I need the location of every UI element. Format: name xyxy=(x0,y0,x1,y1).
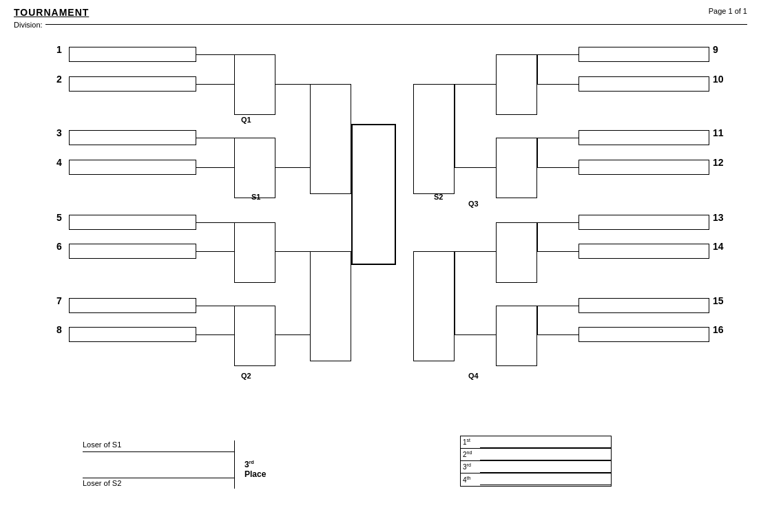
line-q4-s2-lower xyxy=(455,334,496,335)
entry-16[interactable] xyxy=(578,327,709,342)
line-q1-s1-lower xyxy=(275,167,310,168)
seed-9: 9 xyxy=(713,44,718,55)
line-8-q2 xyxy=(196,334,234,335)
q1-label: Q1 xyxy=(241,116,251,124)
entry-10[interactable] xyxy=(578,76,709,92)
entry-7[interactable] xyxy=(69,298,196,313)
line-7-q2 xyxy=(196,306,234,306)
division-underline xyxy=(45,24,747,25)
division-line: Division: xyxy=(14,21,747,29)
entry-11[interactable] xyxy=(578,130,709,145)
q3-box-lower xyxy=(496,138,537,198)
tournament-title: TOURNAMENT xyxy=(14,7,89,18)
entry-5[interactable] xyxy=(69,215,196,230)
entry-6[interactable] xyxy=(69,244,196,259)
seed-1: 1 xyxy=(56,44,62,55)
seed-8: 8 xyxy=(56,324,62,335)
q3-label: Q3 xyxy=(468,200,479,208)
q1-box xyxy=(234,54,275,115)
line-q3-s2-lower xyxy=(455,167,496,168)
line-v-s2-upper xyxy=(455,84,455,167)
line-6-q2 xyxy=(196,251,234,252)
third-place-label: 3rd Place xyxy=(244,460,266,479)
seed-14: 14 xyxy=(713,241,724,252)
line-q2-s1-upper xyxy=(275,251,310,252)
line-q4-s2-upper xyxy=(455,251,496,252)
q4-box-lower xyxy=(496,306,537,366)
line-q2-s1-lower xyxy=(275,334,310,335)
s1-label: S1 xyxy=(251,193,260,201)
entry-2[interactable] xyxy=(69,76,196,92)
result-row-1: 1st xyxy=(461,436,611,449)
championship-box xyxy=(351,124,396,265)
q3-box-upper xyxy=(496,54,537,115)
q1-box-lower xyxy=(234,138,275,198)
page-info: Page 1 of 1 xyxy=(709,7,747,15)
third-place-section: Loser of S1 3rd Place Loser of S2 xyxy=(83,440,234,488)
q4-label: Q4 xyxy=(468,372,479,380)
loser-s1-label: Loser of S1 xyxy=(83,440,121,449)
result-row-2: 2nd xyxy=(461,449,611,461)
s1-box xyxy=(310,84,351,194)
entry-12[interactable] xyxy=(578,160,709,175)
place-3-line xyxy=(480,462,611,473)
place-4-label: 4th xyxy=(461,476,480,484)
seed-12: 12 xyxy=(713,157,724,168)
line-3-q1 xyxy=(196,138,234,138)
division-label: Division: xyxy=(14,21,43,29)
seed-3: 3 xyxy=(56,127,62,138)
line-13-q4 xyxy=(537,222,578,223)
entry-8[interactable] xyxy=(69,327,196,342)
entry-1[interactable] xyxy=(69,47,196,62)
loser-s2-container: Loser of S2 xyxy=(83,478,234,488)
place-3-label: 3rd xyxy=(461,462,480,471)
line-10-q3 xyxy=(537,84,578,85)
line-1-q1 xyxy=(196,54,234,55)
seed-2: 2 xyxy=(56,74,62,85)
line-v-910 xyxy=(537,54,538,84)
q2-box-lower xyxy=(234,306,275,366)
line-v-1112 xyxy=(537,138,538,167)
result-row-4: 4th xyxy=(461,474,611,486)
line-14-q4 xyxy=(537,251,578,252)
entry-3[interactable] xyxy=(69,130,196,145)
third-place-sup: rd xyxy=(249,460,254,465)
s2-upper-box xyxy=(413,84,455,194)
entry-15[interactable] xyxy=(578,298,709,313)
tp-bracket-right xyxy=(234,440,235,489)
q4-box-upper xyxy=(496,222,537,283)
line-2-q1 xyxy=(196,84,234,85)
seed-7: 7 xyxy=(56,295,62,306)
place-1-line xyxy=(480,437,611,448)
line-4-q1 xyxy=(196,167,234,168)
q2-box-upper xyxy=(234,222,275,283)
line-v-1516 xyxy=(537,306,538,334)
line-q3-s2-upper xyxy=(455,84,496,85)
line-11-q3 xyxy=(537,138,578,138)
entry-4[interactable] xyxy=(69,160,196,175)
entry-13[interactable] xyxy=(578,215,709,230)
header: TOURNAMENT Page 1 of 1 xyxy=(14,7,747,18)
place-2-line xyxy=(480,449,611,460)
seed-11: 11 xyxy=(713,127,724,138)
entry-9[interactable] xyxy=(578,47,709,62)
seed-10: 10 xyxy=(713,74,724,85)
line-q1-s1-upper xyxy=(275,84,310,85)
results-table: 1st 2nd 3rd 4th xyxy=(460,436,612,487)
q2-label: Q2 xyxy=(241,372,251,380)
loser-s2-label: Loser of S2 xyxy=(83,479,121,487)
seed-6: 6 xyxy=(56,241,62,252)
place-1-label: 1st xyxy=(461,438,480,446)
tournament-page: TOURNAMENT Page 1 of 1 Division: 1 2 3 4… xyxy=(0,0,761,532)
seed-5: 5 xyxy=(56,212,62,223)
seed-15: 15 xyxy=(713,295,724,306)
seed-4: 4 xyxy=(56,157,62,168)
loser-s1-line xyxy=(83,451,234,452)
s1-lower-box xyxy=(310,251,351,361)
line-v-1314 xyxy=(537,222,538,251)
line-v-s2-lower xyxy=(455,251,455,334)
entry-14[interactable] xyxy=(578,244,709,259)
bracket-container: 1 2 3 4 5 6 7 8 Q1 xyxy=(14,34,747,447)
s2-lower-box xyxy=(413,251,455,361)
line-16-q4 xyxy=(537,334,578,335)
